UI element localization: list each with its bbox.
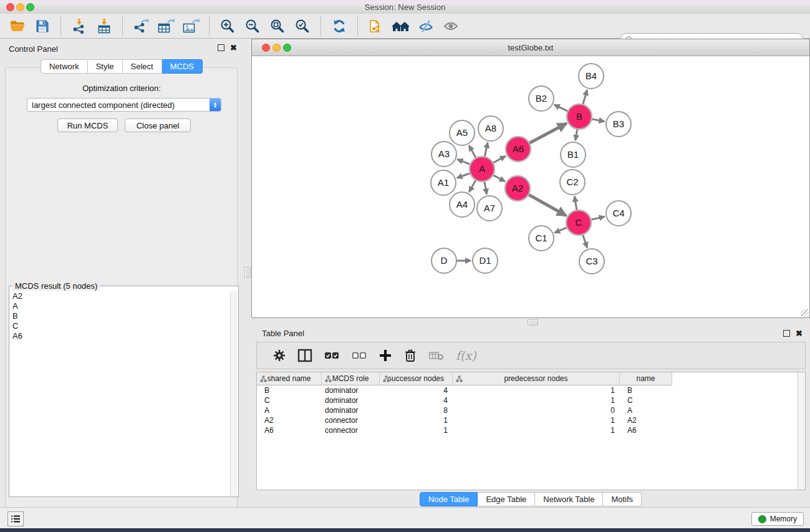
- zoom-selected-icon[interactable]: [293, 17, 312, 36]
- table-row[interactable]: Adominator80A: [257, 405, 805, 415]
- graph-node-A1[interactable]: A1: [431, 170, 456, 195]
- result-list-item[interactable]: A2: [10, 291, 231, 301]
- table-cell[interactable]: dominator: [322, 406, 380, 415]
- table-cell[interactable]: 1: [453, 426, 620, 435]
- table-cell[interactable]: connector: [322, 426, 380, 435]
- table-cell[interactable]: connector: [322, 416, 380, 425]
- graph-node-B1[interactable]: B1: [561, 142, 586, 167]
- network-graph-canvas[interactable]: AA1A2A3A4A5A6A7A8BB1B2B3B4CC1C2C3C4DD1: [252, 56, 809, 317]
- table-cell[interactable]: A: [257, 406, 322, 415]
- table-cell[interactable]: 1: [380, 426, 453, 435]
- table-row[interactable]: Bdominator41B: [257, 385, 805, 395]
- splitter-handle[interactable]: [528, 319, 538, 326]
- table-cell[interactable]: 4: [380, 396, 453, 405]
- column-header-predecessor-nodes[interactable]: predecessor nodes: [453, 372, 620, 385]
- table-cell[interactable]: dominator: [322, 396, 380, 405]
- table-row[interactable]: A6connector11A6: [257, 425, 805, 435]
- float-panel-icon[interactable]: [783, 330, 790, 337]
- tab-motifs[interactable]: Motifs: [603, 492, 642, 506]
- tab-select[interactable]: Select: [123, 59, 162, 74]
- open-session-icon[interactable]: [8, 17, 27, 36]
- graph-node-D1[interactable]: D1: [473, 248, 498, 273]
- close-panel-button[interactable]: Close panel: [125, 118, 191, 132]
- edge-C-C4[interactable]: [590, 216, 605, 220]
- table-cell[interactable]: 1: [453, 396, 620, 405]
- add-column-icon[interactable]: [378, 346, 392, 365]
- graph-node-A5[interactable]: A5: [450, 120, 475, 145]
- tab-edge-table[interactable]: Edge Table: [478, 492, 535, 506]
- graph-node-C[interactable]: C: [566, 210, 591, 235]
- table-cell[interactable]: 4: [380, 386, 453, 395]
- edge-C-C1[interactable]: [554, 227, 568, 233]
- table-cell[interactable]: dominator: [322, 386, 380, 395]
- result-list-item[interactable]: B: [10, 311, 231, 321]
- graph-node-A4[interactable]: A4: [450, 192, 475, 217]
- zoom-in-icon[interactable]: [218, 17, 237, 36]
- table-scrollbar[interactable]: [798, 372, 805, 490]
- memory-button[interactable]: Memory: [751, 512, 804, 526]
- splitter-handle[interactable]: [244, 267, 251, 278]
- function-builder-icon[interactable]: f(x): [456, 346, 476, 365]
- graph-node-A[interactable]: A: [470, 157, 494, 181]
- graph-node-C4[interactable]: C4: [606, 201, 631, 226]
- table-cell[interactable]: 0: [453, 406, 620, 415]
- table-row[interactable]: A2connector11A2: [257, 415, 805, 425]
- table-row[interactable]: Cdominator41C: [257, 395, 805, 405]
- edge-C-C3[interactable]: [582, 233, 587, 248]
- table-cell[interactable]: 1: [380, 416, 453, 425]
- table-cell[interactable]: 8: [380, 406, 453, 415]
- split-columns-icon[interactable]: [297, 346, 312, 365]
- export-table-icon[interactable]: [157, 17, 175, 36]
- graph-node-A2[interactable]: A2: [505, 176, 530, 201]
- graph-node-D[interactable]: D: [432, 248, 456, 273]
- table-cell[interactable]: A6: [257, 426, 322, 435]
- delete-column-icon[interactable]: [403, 346, 417, 365]
- show-all-icon[interactable]: [441, 17, 460, 36]
- result-list-item[interactable]: A: [10, 301, 231, 311]
- edge-A-A5[interactable]: [469, 145, 476, 159]
- edge-A6-B[interactable]: [528, 123, 567, 144]
- graph-node-C2[interactable]: C2: [560, 170, 585, 195]
- edge-B-B2[interactable]: [554, 105, 569, 112]
- task-history-button[interactable]: [7, 511, 24, 526]
- table-cell[interactable]: A6: [620, 426, 672, 435]
- graph-node-A7[interactable]: A7: [477, 196, 502, 221]
- table-cell[interactable]: A2: [257, 416, 322, 425]
- table-cell[interactable]: C: [620, 396, 672, 405]
- export-network-icon[interactable]: [132, 17, 150, 36]
- tab-mcds[interactable]: MCDS: [162, 59, 203, 74]
- edge-A-A2[interactable]: [492, 175, 505, 181]
- graph-node-A3[interactable]: A3: [432, 142, 456, 167]
- close-panel-icon[interactable]: ✖: [796, 330, 803, 337]
- table-cell[interactable]: A2: [620, 416, 672, 425]
- tab-style[interactable]: Style: [88, 59, 123, 74]
- import-table-icon[interactable]: [95, 17, 113, 36]
- gear-icon[interactable]: [272, 346, 286, 365]
- graph-node-A6[interactable]: A6: [506, 137, 531, 162]
- float-panel-icon[interactable]: [218, 44, 224, 51]
- zoom-fit-icon[interactable]: [268, 17, 287, 36]
- graph-node-C1[interactable]: C1: [529, 226, 554, 251]
- edge-A-A7[interactable]: [484, 180, 486, 195]
- column-header-name[interactable]: name: [620, 372, 672, 385]
- select-all-columns-icon[interactable]: [324, 346, 340, 365]
- unselect-all-columns-icon[interactable]: [351, 346, 367, 365]
- graph-node-A8[interactable]: A8: [478, 116, 503, 141]
- edge-A-A1[interactable]: [457, 173, 471, 178]
- edge-B-B3[interactable]: [591, 118, 605, 121]
- hide-selection-icon[interactable]: [417, 17, 435, 36]
- save-session-icon[interactable]: [33, 17, 52, 36]
- column-header-MCDS-role[interactable]: MCDS role: [322, 372, 380, 385]
- table-cell[interactable]: 1: [453, 386, 620, 395]
- column-header-successor-nodes[interactable]: successor nodes: [380, 372, 453, 385]
- import-network-icon[interactable]: [70, 17, 89, 36]
- graph-node-B2[interactable]: B2: [529, 86, 554, 111]
- column-header-shared-name[interactable]: shared name: [257, 372, 322, 385]
- result-scrollbar[interactable]: [230, 291, 238, 496]
- network-window-titlebar[interactable]: testGlobe.txt: [252, 39, 809, 56]
- graph-node-C3[interactable]: C3: [579, 249, 604, 274]
- resize-grip[interactable]: [801, 309, 809, 317]
- result-list-item[interactable]: A6: [10, 331, 231, 341]
- refresh-icon[interactable]: [330, 17, 349, 36]
- graph-node-B3[interactable]: B3: [606, 112, 631, 137]
